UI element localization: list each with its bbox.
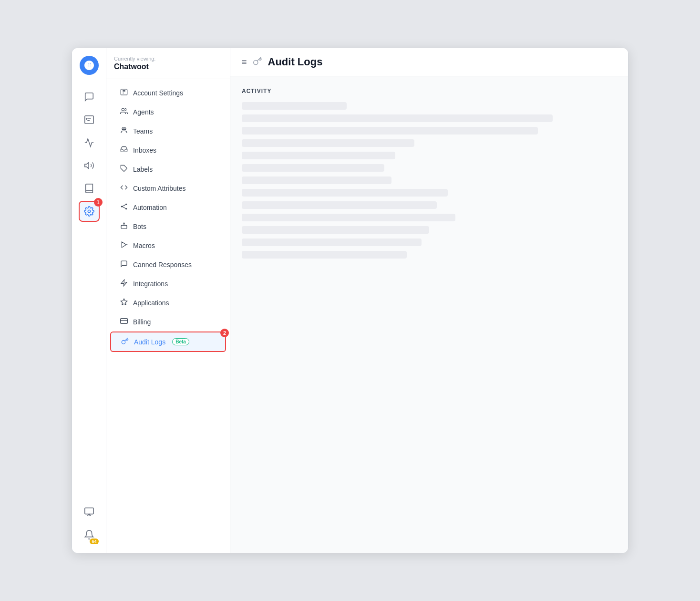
svg-rect-5	[84, 508, 93, 514]
workspace-name: Chatwoot	[114, 62, 222, 71]
nav-item-automation[interactable]: Automation	[110, 198, 226, 217]
nav-conversations[interactable]	[79, 86, 100, 107]
billing-icon	[120, 317, 128, 326]
activity-row	[242, 214, 455, 221]
svg-rect-26	[121, 319, 128, 324]
svg-marker-3	[84, 163, 88, 169]
notifications-badge: 64	[90, 539, 98, 544]
labels-icon	[120, 165, 128, 174]
nav-settings[interactable]: 1	[79, 201, 100, 222]
nav-reports[interactable]	[79, 132, 100, 153]
activity-section-label: ACTIVITY	[242, 88, 617, 94]
svg-line-15	[122, 205, 125, 207]
applications-label: Applications	[133, 299, 169, 307]
billing-label: Billing	[133, 318, 151, 326]
secondary-sidebar: Currently viewing: Chatwoot Account Sett…	[106, 48, 230, 553]
labels-label: Labels	[133, 166, 153, 173]
activity-row	[242, 102, 347, 110]
svg-point-10	[124, 128, 126, 130]
icon-sidebar-bottom: 64	[79, 501, 100, 545]
activity-row	[242, 251, 407, 259]
activity-row	[242, 176, 391, 184]
svg-marker-22	[122, 242, 126, 248]
nav-item-integrations[interactable]: Integrations	[110, 274, 226, 293]
automation-label: Automation	[133, 204, 167, 211]
nav-item-teams[interactable]: Teams	[110, 122, 226, 140]
integrations-label: Integrations	[133, 280, 168, 288]
activity-row	[242, 238, 422, 246]
nav-item-agents[interactable]: Agents	[110, 103, 226, 121]
activity-row	[242, 127, 538, 135]
nav-item-labels[interactable]: Labels	[110, 160, 226, 178]
svg-point-2	[86, 118, 87, 119]
workspace-header: Currently viewing: Chatwoot	[106, 48, 230, 79]
custom-attributes-icon	[120, 184, 128, 193]
canned-responses-icon	[120, 260, 128, 269]
nav-item-canned-responses[interactable]: Canned Responses	[110, 255, 226, 274]
activity-row	[242, 139, 414, 147]
svg-point-13	[126, 204, 127, 205]
nav-item-account-settings[interactable]: Account Settings	[110, 83, 226, 102]
teams-icon	[120, 126, 128, 135]
main-header: ≡ Audit Logs	[230, 48, 628, 76]
activity-row	[242, 201, 437, 209]
teams-label: Teams	[133, 127, 153, 135]
bots-label: Bots	[133, 223, 146, 230]
agents-label: Agents	[133, 108, 154, 116]
macros-icon	[120, 241, 128, 250]
svg-line-16	[122, 207, 125, 208]
svg-marker-24	[121, 280, 127, 286]
activity-list	[242, 102, 617, 259]
app-logo[interactable]	[80, 56, 99, 75]
account-settings-icon	[120, 88, 128, 97]
svg-point-8	[122, 108, 124, 111]
icon-sidebar: 1 64	[72, 48, 106, 553]
nav-item-bots[interactable]: Bots	[110, 217, 226, 236]
nav-item-custom-attributes[interactable]: Custom Attributes	[110, 179, 226, 197]
nav-screen-share[interactable]	[79, 501, 100, 522]
page-icon	[253, 56, 262, 68]
page-title: Audit Logs	[268, 56, 323, 68]
nav-item-billing[interactable]: Billing	[110, 312, 226, 331]
svg-rect-1	[84, 116, 93, 124]
nav-item-audit-logs[interactable]: Audit Logs Beta 2	[110, 332, 226, 352]
canned-responses-label: Canned Responses	[133, 261, 192, 269]
inboxes-icon	[120, 145, 128, 155]
integrations-icon	[120, 279, 128, 288]
app-window: 1 64 Currently viewing: Chatwo	[72, 48, 628, 553]
svg-point-18	[124, 223, 125, 224]
custom-attributes-label: Custom Attributes	[133, 185, 186, 192]
nav-campaigns[interactable]	[79, 155, 100, 176]
main-content: ≡ Audit Logs ACTIVITY	[230, 48, 628, 553]
svg-point-12	[121, 206, 122, 207]
audit-logs-icon	[121, 337, 129, 346]
activity-row	[242, 164, 384, 172]
nav-knowledge[interactable]	[79, 178, 100, 199]
beta-badge: Beta	[172, 338, 189, 345]
account-settings-label: Account Settings	[133, 89, 183, 97]
nav-menu: Account Settings Agents	[106, 79, 230, 553]
inboxes-label: Inboxes	[133, 146, 156, 154]
step-1-badge: 1	[94, 198, 103, 207]
audit-logs-label: Audit Logs	[134, 338, 165, 346]
menu-icon[interactable]: ≡	[242, 57, 247, 67]
applications-icon	[120, 298, 128, 307]
activity-row	[242, 152, 395, 159]
bots-icon	[120, 222, 128, 231]
activity-row	[242, 189, 448, 197]
agents-icon	[120, 107, 128, 116]
svg-rect-7	[121, 89, 127, 95]
nav-contacts[interactable]	[79, 109, 100, 130]
nav-item-macros[interactable]: Macros	[110, 236, 226, 255]
automation-icon	[120, 203, 128, 212]
activity-row	[242, 114, 553, 122]
macros-label: Macros	[133, 242, 155, 249]
svg-point-4	[88, 210, 91, 213]
activity-row	[242, 226, 429, 234]
svg-marker-25	[121, 299, 127, 305]
currently-viewing-label: Currently viewing:	[114, 56, 222, 62]
nav-item-applications[interactable]: Applications	[110, 293, 226, 312]
nav-item-inboxes[interactable]: Inboxes	[110, 141, 226, 159]
svg-point-9	[122, 128, 124, 130]
nav-notifications[interactable]: 64	[79, 524, 100, 545]
